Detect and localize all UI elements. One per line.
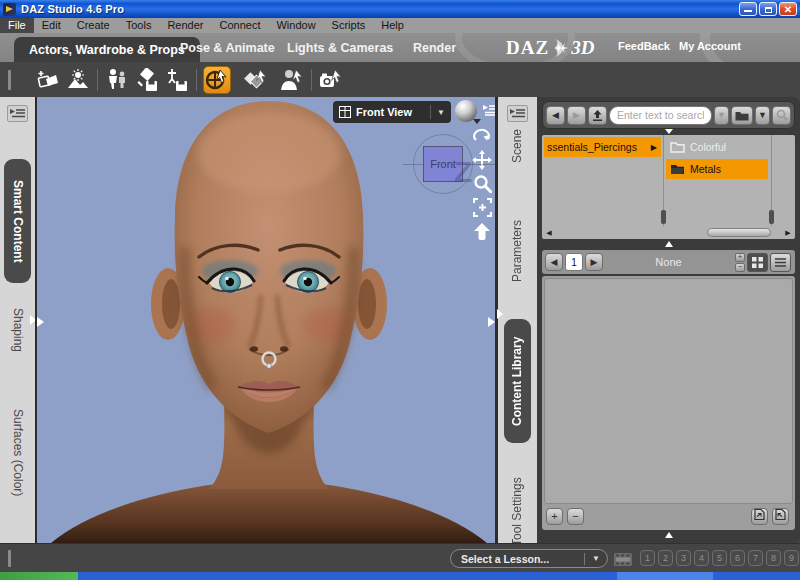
view-selector-arrow[interactable]: ▼ [431,108,451,117]
lesson-button-3[interactable]: 3 [676,550,691,566]
right-dock-expander-arrow[interactable] [497,309,503,319]
viewport-pane-menu-button[interactable] [483,102,497,120]
folder-label: Colorful [690,141,726,153]
minimize-button[interactable] [739,2,757,16]
scrollbar-thumb[interactable] [707,228,771,237]
menu-file[interactable]: File [0,18,34,33]
lesson-button-4[interactable]: 4 [694,550,709,566]
my-account-link[interactable]: My Account [679,40,741,52]
pane-resize-handle-up[interactable] [665,532,673,538]
frame-selection-button[interactable] [470,197,494,218]
pane-splitter[interactable] [537,239,800,249]
lesson-dropdown-arrow[interactable]: ▼ [585,554,607,563]
search-history-dropdown[interactable]: ▼ [714,106,729,125]
scrollbar-track[interactable] [554,228,783,237]
restore-button[interactable] [759,2,777,16]
camera-selection-tool-button[interactable] [318,67,344,93]
tab-actors-wardrobe-props[interactable]: Actors, Wardrobe & Props [14,37,200,62]
save-file-icon [165,68,189,92]
lesson-button-7[interactable]: 7 [748,550,763,566]
tab-lights-cameras[interactable]: Lights & Cameras [287,33,393,62]
tab-scene[interactable]: Scene [504,113,531,179]
save-wearables-button[interactable] [134,67,160,93]
menu-edit[interactable]: Edit [34,18,69,33]
taskbar-window-segment[interactable] [617,572,713,580]
pane-splitter[interactable] [537,530,800,543]
export-page-button[interactable] [751,508,768,525]
node-selection-icon [205,68,229,92]
figure-selection-tool-button[interactable] [279,67,305,93]
lesson-button-1[interactable]: 1 [640,550,655,566]
play-lesson-film-icon[interactable] [614,552,632,570]
pane-resize-handle-up[interactable] [665,241,673,247]
search-input[interactable] [609,106,712,125]
left-pane-collapse-arrow[interactable] [37,317,44,327]
reset-camera-home-button[interactable] [470,221,494,242]
save-file-button[interactable] [164,67,190,93]
pane-menu-icon [10,108,25,119]
tab-surfaces-color[interactable]: Surfaces (Color) [4,383,31,523]
menu-connect[interactable]: Connect [212,18,269,33]
add-content-button[interactable] [35,67,61,93]
render-preview-button[interactable] [65,67,91,93]
tab-parameters[interactable]: Parameters [504,203,531,299]
category-essentials-piercings[interactable]: ssentials_Piercings ▶ [544,137,661,157]
history-back-button[interactable]: ◀ [546,106,565,125]
lesson-button-8[interactable]: 8 [766,550,781,566]
windows-taskbar[interactable] [0,572,800,580]
tab-smart-content[interactable]: Smart Content [4,159,31,283]
add-item-button[interactable]: + [546,508,563,525]
view-selector[interactable]: Front View ▼ [333,101,451,123]
menu-tools[interactable]: Tools [118,18,160,33]
column-drag-handle[interactable] [769,210,774,224]
view-orientation-gizmo[interactable]: Z Front [403,133,497,197]
remove-item-button[interactable]: − [567,508,584,525]
render-sun-icon [66,69,90,91]
left-pane-menu-button[interactable] [7,105,28,122]
title-bar[interactable]: DAZ Studio 4.6 Pro ✕ [0,0,800,18]
menu-scripts[interactable]: Scripts [324,18,374,33]
import-page-button[interactable] [772,508,789,525]
tree-horizontal-scrollbar: ◀ ▶ [544,227,793,238]
history-forward-button[interactable]: ▶ [567,106,586,125]
menu-create[interactable]: Create [69,18,118,33]
folder-label: Metals [690,163,721,175]
feedback-link[interactable]: FeedBack [618,40,670,52]
start-button-sliver[interactable] [0,572,78,580]
menu-help[interactable]: Help [373,18,412,33]
lesson-button-6[interactable]: 6 [730,550,745,566]
page-arrow-icon [775,509,786,520]
lesson-button-2[interactable]: 2 [658,550,673,566]
drawstyle-sphere-button[interactable] [455,100,477,122]
lesson-dropdown[interactable]: Select a Lesson... ▼ [450,549,608,568]
menu-window[interactable]: Window [268,18,323,33]
viewport[interactable]: Front View ▼ [35,97,497,543]
search-go-button[interactable] [772,106,791,125]
logo-daz-text: DAZ [506,37,549,59]
lesson-button-9[interactable]: 9 [784,550,799,566]
menu-render[interactable]: Render [159,18,211,33]
folder-colorful[interactable]: Colorful [666,137,768,157]
tab-content-library[interactable]: Content Library [504,319,531,443]
up-level-button[interactable] [588,106,607,125]
lesson-bar-grip[interactable] [8,550,11,567]
library-items-view[interactable] [544,278,793,504]
lesson-button-5[interactable]: 5 [712,550,727,566]
folder-metals-selected[interactable]: Metals [666,159,768,179]
surface-selection-tool-button[interactable] [243,67,269,93]
tab-pose-animate[interactable]: Pose & Animate [180,33,275,62]
column-drag-handle[interactable] [661,210,666,224]
manage-figures-button[interactable] [104,67,130,93]
gizmo-front-face[interactable]: Z Front [423,146,463,182]
tab-render[interactable]: Render [413,33,456,62]
pane-resize-handle-down[interactable] [665,129,673,134]
folder-view-button[interactable] [731,106,753,125]
toolbar-grip[interactable] [8,70,11,90]
close-button[interactable]: ✕ [779,2,797,16]
right-pane-collapse-arrow[interactable] [488,317,495,327]
scroll-right-arrow[interactable]: ▶ [783,229,793,237]
tab-shaping[interactable]: Shaping [4,299,31,361]
node-selection-tool-button[interactable] [203,66,231,94]
scroll-left-arrow[interactable]: ◀ [544,229,554,237]
folder-dropdown-button[interactable]: ▼ [755,106,770,125]
